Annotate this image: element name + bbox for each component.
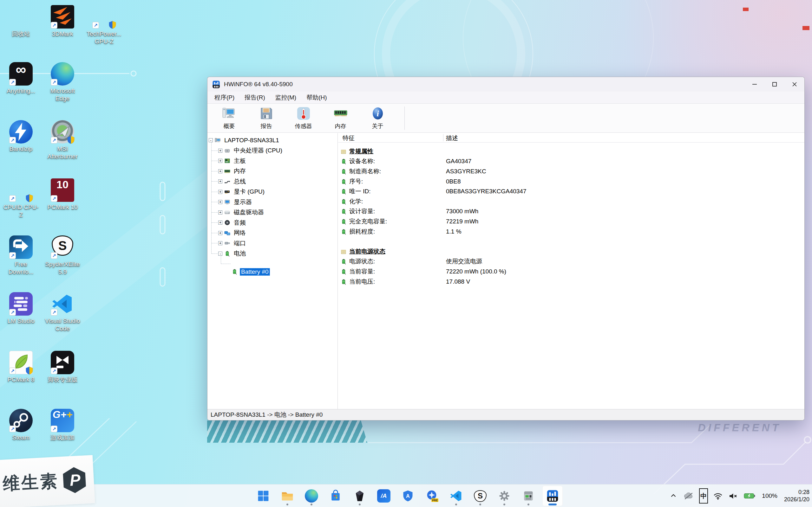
tray-chevron-up-icon[interactable] xyxy=(669,488,678,504)
detail-row[interactable]: 设备名称:GA40347 xyxy=(338,157,804,167)
taskbar-icon-file-explorer[interactable] xyxy=(277,486,298,506)
desktop-icon-capcut[interactable]: ↗剪映专业版 xyxy=(44,351,81,383)
tree-item[interactable]: +总线 xyxy=(218,176,247,187)
desktop-icon-cpu-z[interactable]: ↗CPUID CPU-Z xyxy=(3,178,39,219)
desktop-icon-gamepp[interactable]: G++↗游戏加加 xyxy=(44,409,81,441)
toolbar-button-sensors[interactable]: 传感器 xyxy=(285,106,322,132)
desktop-icon-3dmark[interactable]: ↗3DMark xyxy=(44,5,81,38)
tree-item[interactable]: +内存 xyxy=(218,166,247,176)
detail-row[interactable]: 制造商名称:AS3GYRE3KC xyxy=(338,166,804,176)
detail-row[interactable]: 序号:0BE8 xyxy=(338,176,804,187)
menu-item-3[interactable]: 帮助(H) xyxy=(301,92,332,103)
taskbar-icon-vscode[interactable] xyxy=(446,486,466,506)
detail-row[interactable]: 唯一 ID:0BE8AS3GYRE3KCGA40347 xyxy=(338,186,804,196)
expander-plus-icon[interactable]: + xyxy=(218,231,222,235)
expander-plus-icon[interactable]: + xyxy=(218,221,222,225)
titlebar[interactable]: HWiNFO® 64 v8.40-5900 xyxy=(207,77,804,92)
taskbar-icon-hwinfo[interactable] xyxy=(542,486,563,506)
expander-minus-icon[interactable]: - xyxy=(218,251,222,256)
speaker-muted-icon[interactable] xyxy=(728,488,739,504)
minimize-button[interactable] xyxy=(745,77,764,92)
battery-icon xyxy=(341,219,347,225)
close-button[interactable] xyxy=(784,77,804,92)
desktop-icon-pcmark10[interactable]: 10↗PCMark 10 xyxy=(44,178,81,211)
vscode-icon xyxy=(450,489,463,503)
toolbar-button-summary[interactable]: 概要 xyxy=(211,106,248,132)
taskbar-icon-spyder[interactable]: S xyxy=(470,486,490,506)
expander-plus-icon[interactable]: + xyxy=(218,200,222,204)
desktop-icon-spyder[interactable]: S↗SpyderXElite 5.9 xyxy=(44,235,81,276)
taskbar-icon-microsoft-store[interactable] xyxy=(325,486,346,506)
desktop-icon-recycle-bin[interactable]: ♻回收站 xyxy=(3,5,39,38)
taskbar-icon-start[interactable] xyxy=(253,486,273,506)
taskbar-icon-edge[interactable] xyxy=(301,486,322,506)
toolbar-button-memory[interactable]: 内存 xyxy=(322,106,359,132)
tree-item[interactable]: +显示器 xyxy=(218,197,253,207)
tree-item[interactable]: Battery #0 xyxy=(232,267,270,277)
desktop-icon-fdm[interactable]: ↗Free Downlo... xyxy=(3,235,39,276)
desktop-icon-edge[interactable]: ↗Microsoft Edge xyxy=(44,62,81,102)
maximize-button[interactable] xyxy=(764,77,784,92)
shortcut-arrow-icon: ↗ xyxy=(51,426,57,432)
desktop-icon-pcmark8[interactable]: ↗PCMark 8 xyxy=(3,351,39,383)
desktop-icon-lm-studio[interactable]: ↗LM Studio xyxy=(3,292,39,325)
expander-plus-icon[interactable]: + xyxy=(218,210,222,215)
toolbar-button-report[interactable]: 报告 xyxy=(248,106,285,132)
desktop-icon-msi-afterburner[interactable]: ↗MSI Afterburner xyxy=(44,120,81,160)
desktop-icon-vscode[interactable]: ↗Visual Studio Code xyxy=(44,292,81,332)
detail-row[interactable]: 设计容量:73000 mWh xyxy=(338,207,804,217)
taskbar-icon-sparkle-pre-app[interactable]: PRE xyxy=(422,486,442,506)
taskbar-icon-obsidian[interactable] xyxy=(350,486,370,506)
expander-plus-icon[interactable]: + xyxy=(218,190,222,194)
taskbar-icon-settings[interactable] xyxy=(494,486,514,506)
main-area: -LAPTOP-8SNA33L1+中央处理器 (CPU)+主板+内存+总线+显卡… xyxy=(207,133,804,409)
detail-row[interactable]: 电源状态:使用交流电源 xyxy=(338,257,804,267)
toolbar-button-about[interactable]: i关于 xyxy=(359,106,396,132)
tree-item[interactable]: +显卡 (GPU) xyxy=(218,187,266,197)
taskbar-icon-a-shield-app[interactable]: A xyxy=(398,486,418,506)
battery-charging-icon[interactable] xyxy=(743,488,756,504)
detail-row[interactable]: 完全充电容量:72219 mWh xyxy=(338,216,804,227)
expander-plus-icon[interactable]: + xyxy=(218,241,222,245)
detail-row[interactable]: 化学: xyxy=(338,196,804,207)
toolbar-button-label: 概要 xyxy=(211,122,248,130)
detail-row[interactable]: 当前电压:17.088 V xyxy=(338,277,804,287)
ime-indicator[interactable]: 中 xyxy=(699,488,708,504)
tree-item[interactable]: -LAPTOP-8SNA33L1 xyxy=(209,135,281,146)
desktop-icon-bandizip[interactable]: ↗Bandizip xyxy=(3,120,39,153)
tree-item[interactable]: +端口 xyxy=(218,238,247,248)
menu-item-0[interactable]: 程序(P) xyxy=(209,92,240,103)
tree-item[interactable]: +音频 xyxy=(218,217,247,228)
tree-item[interactable]: +磁盘驱动器 xyxy=(218,207,265,218)
tree-item[interactable]: +主板 xyxy=(218,156,247,166)
details-column-header[interactable]: 特征 描述 xyxy=(338,133,804,143)
column-divider[interactable] xyxy=(443,134,444,141)
expander-plus-icon[interactable]: + xyxy=(218,149,222,153)
wifi-icon[interactable] xyxy=(713,488,723,504)
onedrive-paused-icon[interactable] xyxy=(683,488,694,504)
desktop-icon-label: PCMark 8 xyxy=(3,376,39,383)
menu-item-1[interactable]: 报告(R) xyxy=(240,92,270,103)
desktop-icon-anything[interactable]: ∞↗Anything... xyxy=(3,62,39,95)
expander-plus-icon[interactable]: + xyxy=(218,159,222,163)
column-description[interactable]: 描述 xyxy=(446,134,458,142)
tree-item[interactable]: +中央处理器 (CPU) xyxy=(218,146,284,156)
system-tray: 中 100% 0:28 2026/1/20 xyxy=(669,485,809,507)
detail-section-header[interactable]: 常规属性 xyxy=(338,147,804,157)
disk-icon xyxy=(224,210,230,216)
tray-clock[interactable]: 0:28 2026/1/20 xyxy=(784,489,809,503)
tree-item[interactable]: +网络 xyxy=(218,228,247,238)
expander-plus-icon[interactable]: + xyxy=(218,169,222,173)
desktop-icon-steam[interactable]: ↗Steam xyxy=(3,409,39,441)
detail-row[interactable]: 当前容量:72220 mWh (100.0 %) xyxy=(338,267,804,277)
menu-item-2[interactable]: 监控(M) xyxy=(270,92,301,103)
taskbar-icon-a-slash-app[interactable]: /A xyxy=(374,486,394,506)
tree-item[interactable]: -电池 xyxy=(218,248,247,259)
taskbar-icon-psu-app[interactable] xyxy=(518,486,539,506)
detail-section-header[interactable]: 当前电源状态 xyxy=(338,246,804,257)
column-feature[interactable]: 特征 xyxy=(343,134,355,142)
expander-plus-icon[interactable]: + xyxy=(218,179,222,183)
desktop-icon-gpu-z[interactable]: ↗TechPower... GPU-Z xyxy=(86,5,122,45)
detail-row[interactable]: 损耗程度:1.1 % xyxy=(338,227,804,237)
expander-minus-icon[interactable]: - xyxy=(209,138,213,142)
